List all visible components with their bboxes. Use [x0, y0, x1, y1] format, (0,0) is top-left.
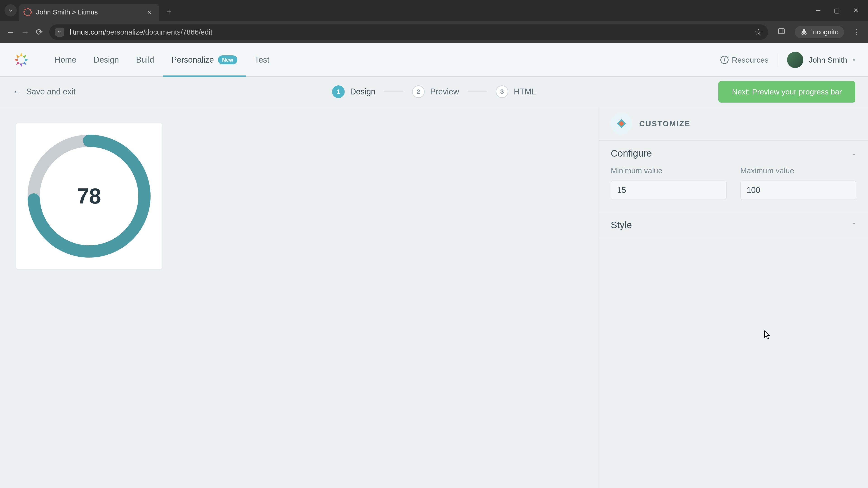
- litmus-favicon-icon: [24, 8, 32, 16]
- address-bar: ← → ⟳ litmus.com/personalize/documents/7…: [0, 21, 868, 43]
- tab-search-button[interactable]: [4, 4, 17, 17]
- close-tab-button[interactable]: ×: [146, 8, 153, 17]
- progress-ring-preview[interactable]: 78: [16, 123, 162, 269]
- next-button[interactable]: Next: Preview your progress bar: [718, 81, 855, 103]
- min-value-input[interactable]: [611, 181, 727, 200]
- sub-toolbar: ← Save and exit 1 Design 2 Preview 3 HTM…: [0, 77, 868, 107]
- chevron-down-icon: ⌄: [852, 150, 856, 157]
- configure-toggle[interactable]: Configure ⌄: [599, 140, 868, 166]
- browser-tab-bar: John Smith > Litmus × + ─ ▢ ✕: [0, 0, 868, 21]
- nav-personalize[interactable]: Personalize New: [163, 43, 246, 76]
- forward-button[interactable]: →: [21, 27, 29, 37]
- canvas-area: 78: [0, 107, 598, 488]
- browser-menu-button[interactable]: ⋮: [850, 28, 862, 36]
- bookmark-star-icon[interactable]: ☆: [754, 27, 762, 37]
- site-settings-icon[interactable]: [55, 28, 64, 37]
- incognito-indicator[interactable]: Incognito: [795, 26, 844, 38]
- style-toggle[interactable]: Style ⌃: [599, 212, 868, 238]
- nav-test[interactable]: Test: [246, 43, 278, 76]
- top-nav: Home Design Build Personalize New Test i…: [0, 43, 868, 77]
- new-tab-button[interactable]: +: [161, 7, 177, 17]
- divider: [778, 53, 778, 67]
- style-section: Style ⌃: [599, 212, 868, 238]
- svg-point-3: [58, 31, 59, 32]
- info-icon: i: [720, 56, 728, 64]
- step-html[interactable]: 3 HTML: [496, 86, 536, 98]
- user-menu[interactable]: John Smith ▾: [787, 52, 855, 68]
- incognito-icon: [800, 28, 808, 36]
- minimize-window-button[interactable]: ─: [816, 7, 820, 14]
- nav-design[interactable]: Design: [85, 43, 127, 76]
- svg-point-9: [802, 32, 804, 34]
- svg-point-5: [61, 33, 61, 33]
- max-value-label: Maximum value: [740, 166, 856, 175]
- arrow-left-icon: ←: [13, 87, 21, 97]
- url-text: litmus.com/personalize/documents/7866/ed…: [70, 28, 749, 36]
- panel-title: CUSTOMIZE: [639, 119, 690, 128]
- progress-value: 78: [77, 184, 101, 208]
- nav-home[interactable]: Home: [46, 43, 85, 76]
- tab-title: John Smith > Litmus: [36, 8, 141, 16]
- incognito-label: Incognito: [811, 28, 839, 36]
- side-panel-icon[interactable]: [774, 27, 788, 37]
- stepper: 1 Design 2 Preview 3 HTML: [332, 86, 536, 98]
- step-preview[interactable]: 2 Preview: [412, 86, 459, 98]
- customize-icon: [611, 113, 632, 134]
- url-input[interactable]: litmus.com/personalize/documents/7866/ed…: [49, 24, 768, 40]
- svg-rect-7: [778, 29, 784, 34]
- litmus-logo-icon[interactable]: [13, 51, 30, 68]
- close-window-button[interactable]: ✕: [853, 7, 859, 14]
- svg-point-10: [804, 32, 807, 34]
- panel-header: CUSTOMIZE: [599, 107, 868, 140]
- save-and-exit-button[interactable]: ← Save and exit: [13, 87, 75, 97]
- chevron-up-icon: ⌃: [852, 222, 856, 228]
- back-button[interactable]: ←: [6, 27, 14, 37]
- chevron-down-icon: ▾: [852, 57, 855, 63]
- avatar: [787, 52, 803, 68]
- max-value-input[interactable]: [740, 181, 856, 200]
- configure-section: Configure ⌄ Minimum value Maximum value: [599, 140, 868, 212]
- user-name: John Smith: [809, 56, 847, 64]
- maximize-window-button[interactable]: ▢: [834, 7, 840, 14]
- svg-rect-4: [59, 31, 61, 31]
- nav-build[interactable]: Build: [127, 43, 163, 76]
- min-value-label: Minimum value: [611, 166, 727, 175]
- new-badge: New: [218, 55, 237, 64]
- svg-point-2: [24, 8, 31, 16]
- reload-button[interactable]: ⟳: [36, 27, 43, 37]
- browser-tab[interactable]: John Smith > Litmus ×: [19, 4, 159, 21]
- step-design[interactable]: 1 Design: [332, 86, 375, 98]
- resources-link[interactable]: i Resources: [720, 56, 769, 64]
- side-panel: CUSTOMIZE Configure ⌄ Minimum value Maxi…: [598, 107, 868, 488]
- svg-rect-6: [58, 33, 60, 33]
